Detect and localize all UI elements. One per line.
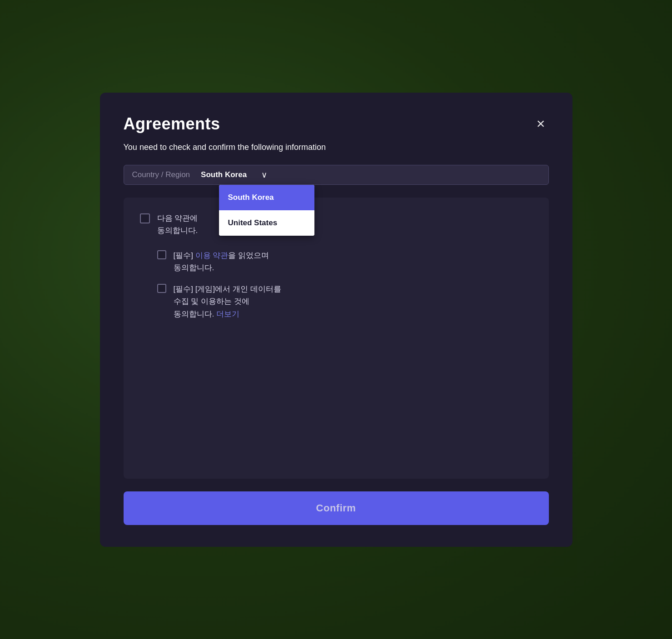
terms-of-service-link[interactable]: 이용 약관 (195, 251, 229, 260)
dropdown-item-united-states[interactable]: United States (219, 210, 314, 236)
sub-agreement-checkbox-1[interactable] (157, 250, 166, 259)
agreements-modal: Agreements × You need to check and confi… (100, 93, 572, 547)
country-selector[interactable]: Country / Region South Korea ∨ (124, 165, 549, 185)
sub-agreement-checkbox-2[interactable] (157, 284, 166, 293)
main-agreement-text: 다음 약관에동의합니다. (157, 212, 198, 237)
more-info-link[interactable]: 더보기 (216, 310, 239, 318)
confirm-button[interactable]: Confirm (124, 491, 549, 525)
dropdown-item-south-korea[interactable]: South Korea (219, 185, 314, 210)
modal-header: Agreements × (124, 114, 549, 134)
country-selector-wrapper: Country / Region South Korea ∨ South Kor… (124, 165, 549, 185)
modal-subtitle: You need to check and confirm the follow… (124, 143, 549, 152)
sub-agreement-text-2: [필수] [게임]에서 개인 데이터를수집 및 이용하는 것에동의합니다. 더보… (174, 283, 281, 320)
modal-overlay: Agreements × You need to check and confi… (0, 0, 672, 639)
sub-agreements: [필수] 이용 약관을 읽었으며동의합니다. [필수] [게임]에서 개인 데이… (140, 249, 533, 320)
country-label: Country / Region (132, 170, 190, 179)
main-agreement-checkbox[interactable] (140, 213, 150, 223)
sub-agreement-row-1: [필수] 이용 약관을 읽었으며동의합니다. (157, 249, 533, 274)
modal-title: Agreements (124, 114, 220, 134)
sub-agreement-text-1: [필수] 이용 약관을 읽었으며동의합니다. (174, 249, 269, 274)
sub-agreement-row-2: [필수] [게임]에서 개인 데이터를수집 및 이용하는 것에동의합니다. 더보… (157, 283, 533, 320)
country-dropdown[interactable]: South Korea United States (219, 185, 314, 236)
country-value: South Korea (201, 170, 247, 179)
agreements-box: 다음 약관에동의합니다. [필수] 이용 약관을 읽었으며동의합니다. [필수]… (124, 198, 549, 479)
main-agreement-row: 다음 약관에동의합니다. (140, 212, 533, 237)
chevron-down-icon: ∨ (261, 170, 267, 180)
close-button[interactable]: × (533, 114, 549, 133)
